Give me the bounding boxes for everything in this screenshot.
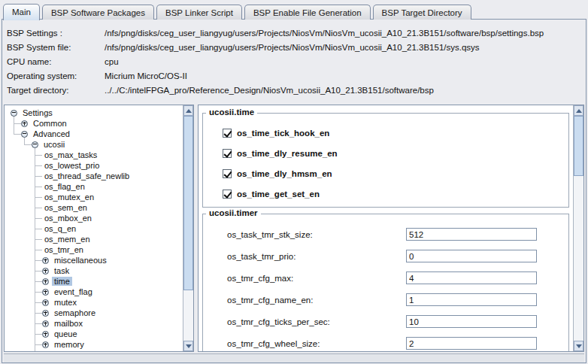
expand-toggle-icon[interactable]	[42, 299, 49, 306]
form-scrollbar-track[interactable]	[574, 116, 583, 341]
tree-node-os-sem-en[interactable]: os_sem_en	[5, 202, 183, 213]
field-row-os-task-tmr-stk-size: os_task_tmr_stk_size:	[209, 223, 562, 245]
field-row-os-tmr-cfg-ticks-per-sec: os_tmr_cfg_ticks_per_sec:	[209, 311, 562, 332]
time-group-body: os_time_tick_hook_enos_time_dly_resume_e…	[209, 123, 562, 204]
checkbox-row-os-time-get-set-en[interactable]: os_time_get_set_en	[209, 184, 562, 204]
tab-bsp-enable-file-generation[interactable]: BSP Enable File Generation	[244, 5, 371, 20]
timer-group: ucosii.timer os_task_tmr_stk_size:os_tas…	[202, 214, 569, 351]
tree-node-label: semaphore	[52, 308, 98, 317]
scroll-down-arrow-icon[interactable]	[183, 341, 193, 351]
tree-node-os-lowest-prio[interactable]: os_lowest_prio	[5, 160, 183, 171]
tree-node-label: memory	[52, 340, 86, 349]
tree-node-os-thread-safe-newlib[interactable]: os_thread_safe_newlib	[5, 171, 183, 181]
tree-vertical-scrollbar[interactable]	[183, 105, 193, 351]
expand-toggle-icon[interactable]	[42, 289, 49, 296]
field-row-os-tmr-cfg-wheel-size: os_tmr_cfg_wheel_size:	[209, 332, 562, 351]
tree-node-time[interactable]: time	[5, 276, 183, 287]
tree-node-label: os_max_tasks	[42, 150, 99, 159]
expand-toggle-icon[interactable]	[42, 268, 49, 275]
scroll-up-arrow-icon[interactable]	[183, 105, 193, 116]
tree-node-task[interactable]: task	[5, 265, 183, 276]
input-os-task-tmr-stk-size[interactable]	[406, 228, 537, 241]
input-os-tmr-cfg-wheel-size[interactable]	[406, 337, 537, 350]
tab-bsp-linker-script[interactable]: BSP Linker Script	[156, 5, 242, 20]
input-os-task-tmr-prio[interactable]	[406, 250, 537, 262]
tree-node-miscellaneous[interactable]: miscellaneous	[5, 255, 183, 265]
collapse-toggle-icon[interactable]	[32, 141, 38, 148]
input-os-tmr-cfg-ticks-per-sec[interactable]	[406, 315, 537, 328]
checkbox-os-time-tick-hook-en[interactable]	[223, 129, 232, 138]
tree-node-label: queue	[52, 329, 80, 338]
tree-node-mailbox[interactable]: mailbox	[5, 318, 183, 329]
expand-toggle-icon[interactable]	[42, 331, 49, 338]
checkbox-label: os_time_dly_hmsm_en	[237, 169, 332, 178]
collapse-toggle-icon[interactable]	[21, 131, 28, 138]
tree-node-settings[interactable]: Settings	[5, 108, 183, 118]
scroll-up-arrow-icon[interactable]	[574, 105, 583, 116]
tree-node-os-mbox-en[interactable]: os_mbox_en	[5, 213, 183, 223]
tab-main[interactable]: Main	[3, 4, 40, 20]
tree-node-os-mutex-en[interactable]: os_mutex_en	[5, 192, 183, 202]
tree-node-common[interactable]: Common	[5, 118, 183, 129]
tree-node-semaphore[interactable]: semaphore	[5, 308, 183, 318]
tree-node-os-max-tasks[interactable]: os_max_tasks	[5, 150, 183, 160]
input-os-tmr-cfg-name-en[interactable]	[406, 293, 537, 306]
tree-node-advanced[interactable]: Advanced	[5, 129, 183, 139]
expand-toggle-icon[interactable]	[42, 310, 49, 317]
horizontal-scrollbar[interactable]	[4, 353, 584, 362]
timer-group-title: ucosii.timer	[206, 208, 261, 217]
checkbox-row-os-time-tick-hook-en[interactable]: os_time_tick_hook_en	[209, 123, 562, 143]
checkbox-label: os_time_get_set_en	[237, 190, 320, 199]
expand-toggle-icon[interactable]	[42, 320, 49, 327]
tab-bsp-software-packages[interactable]: BSP Software Packages	[42, 5, 154, 20]
form-vertical-scrollbar[interactable]	[573, 105, 583, 351]
tree-node-os-tmr-en[interactable]: os_tmr_en	[5, 244, 183, 255]
tree-scrollbar-thumb[interactable]	[183, 116, 193, 290]
info-row: Target directory:../../C:/intelFPGA_pro/…	[7, 83, 581, 98]
tab-bsp-target-directory[interactable]: BSP Target Directory	[373, 5, 471, 20]
field-row-os-task-tmr-prio: os_task_tmr_prio:	[209, 245, 562, 267]
input-os-tmr-cfg-max[interactable]	[406, 271, 537, 284]
tree-node-label: Settings	[20, 108, 55, 117]
tree-node-event-flag[interactable]: event_flag	[5, 287, 183, 297]
expand-toggle-icon[interactable]	[42, 278, 49, 285]
tree-node-queue[interactable]: queue	[5, 329, 183, 339]
expand-toggle-icon[interactable]	[42, 257, 49, 264]
timer-group-body: os_task_tmr_stk_size:os_task_tmr_prio:os…	[209, 223, 562, 351]
info-value: /nfs/png/disks/ceg_user_liangyug/users/P…	[105, 29, 544, 38]
field-label: os_task_tmr_prio:	[227, 252, 406, 261]
tree-node-mutex[interactable]: mutex	[5, 297, 183, 308]
tree-node-label: os_flag_en	[42, 182, 87, 191]
checkbox-os-time-get-set-en[interactable]	[223, 190, 232, 199]
tree-node-ucosii[interactable]: ucosii	[5, 139, 183, 150]
expand-toggle-icon[interactable]	[42, 341, 49, 348]
tree-scrollbar-track[interactable]	[183, 116, 193, 341]
tree-node-label: os_tmr_en	[42, 245, 86, 254]
tree-node-os-mem-en[interactable]: os_mem_en	[5, 234, 183, 244]
info-label: BSP Settings :	[7, 26, 105, 41]
tree-node-os-q-en[interactable]: os_q_en	[5, 223, 183, 234]
info-label: CPU name:	[7, 55, 105, 69]
checkbox-row-os-time-dly-resume-en[interactable]: os_time_dly_resume_en	[209, 143, 562, 163]
tree-node-label: os_mutex_en	[42, 193, 96, 202]
collapse-toggle-icon[interactable]	[11, 110, 17, 117]
scroll-down-arrow-icon[interactable]	[574, 341, 583, 351]
field-label: os_task_tmr_stk_size:	[227, 230, 406, 239]
tree-node-label: os_lowest_prio	[42, 161, 102, 170]
tree-node-timer[interactable]: timer	[5, 350, 183, 351]
triangle-down-icon	[186, 344, 192, 348]
checkbox-row-os-time-dly-hmsm-en[interactable]: os_time_dly_hmsm_en	[209, 163, 562, 184]
info-label: Operating system:	[7, 69, 105, 83]
form-scrollbar-thumb[interactable]	[574, 116, 583, 176]
tree-node-label: Common	[31, 119, 69, 128]
tree-node-memory[interactable]: memory	[5, 339, 183, 350]
expand-toggle-icon[interactable]	[21, 120, 28, 127]
tree-node-label: Advanced	[31, 129, 72, 138]
field-row-os-tmr-cfg-name-en: os_tmr_cfg_name_en:	[209, 289, 562, 311]
tree-node-os-flag-en[interactable]: os_flag_en	[5, 181, 183, 192]
checkbox-os-time-dly-resume-en[interactable]	[223, 149, 232, 158]
tree-node-label: ucosii	[41, 140, 67, 149]
tree-node-label: task	[52, 266, 71, 275]
checkbox-os-time-dly-hmsm-en[interactable]	[223, 169, 232, 178]
settings-tree: SettingsCommonAdvanceducosiios_max_tasks…	[5, 105, 183, 351]
